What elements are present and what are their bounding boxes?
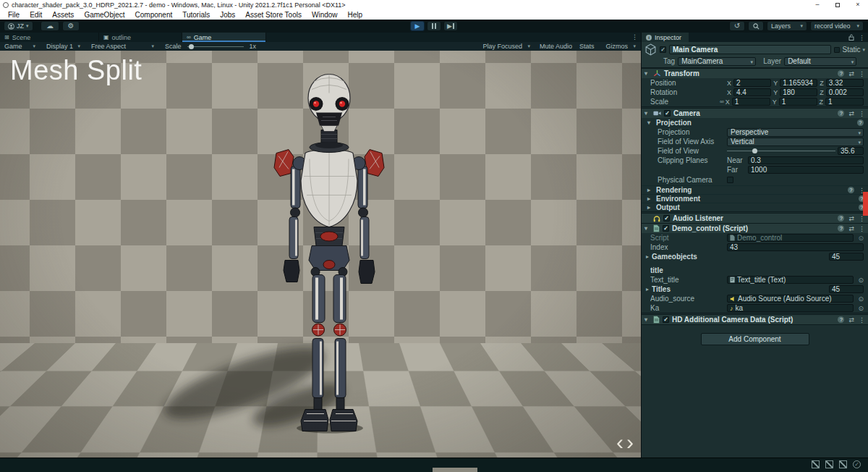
foldout-open-icon[interactable]: ▾ xyxy=(647,119,653,126)
object-picker-icon[interactable]: ⊙ xyxy=(858,277,864,284)
ka-object-field[interactable]: ♪ ka xyxy=(727,304,854,312)
tab-outline[interactable]: ▣ outline xyxy=(99,33,182,42)
hd-camera-data-checkbox[interactable]: ✓ xyxy=(663,316,669,323)
component-menu-icon[interactable]: ⋮ xyxy=(859,110,865,117)
record-video-dropdown[interactable]: record video ▾ xyxy=(810,21,864,31)
fov-value-field[interactable]: 35.6 xyxy=(838,147,864,155)
component-menu-icon[interactable]: ⋮ xyxy=(859,316,865,324)
preset-icon[interactable]: ⇄ xyxy=(848,70,854,77)
output-section[interactable]: ▸ Output ? xyxy=(642,203,868,211)
compile-status-icon[interactable]: ✓ xyxy=(853,460,861,468)
cloud-services-button[interactable]: ☁ xyxy=(41,21,59,31)
foldout-open-icon[interactable]: ▾ xyxy=(644,70,650,77)
projection-group-header[interactable]: ▾ Projection ? xyxy=(642,118,868,127)
menu-edit[interactable]: Edit xyxy=(25,11,47,19)
foldout-closed-icon[interactable]: ▸ xyxy=(647,187,653,193)
tab-inspector[interactable]: i Inspector xyxy=(642,33,689,42)
audio-source-object-field[interactable]: Audio Source (Audio Source) xyxy=(727,295,854,303)
near-field[interactable]: 0.3 xyxy=(748,156,864,164)
audio-listener-header[interactable]: ✓ Audio Listener ? ⇄ ⋮ xyxy=(642,213,868,223)
rotation-z-field[interactable]: 0.002 xyxy=(826,88,864,96)
scale-y-field[interactable]: 1 xyxy=(779,98,817,106)
menu-gameobject[interactable]: GameObject xyxy=(79,11,129,19)
scale-slider[interactable] xyxy=(187,42,244,51)
foldout-open-icon[interactable]: ▾ xyxy=(644,316,650,323)
undo-history-button[interactable]: ↺ xyxy=(729,21,745,31)
fov-axis-dropdown[interactable]: Vertical xyxy=(727,138,864,146)
help-icon[interactable]: ? xyxy=(838,316,844,323)
transform-header[interactable]: ▾ Transform ? ⇄ ⋮ xyxy=(642,68,868,78)
account-dropdown[interactable]: JZ ▾ xyxy=(4,21,33,31)
close-button[interactable]: × xyxy=(848,0,868,9)
object-picker-icon[interactable]: ⊙ xyxy=(858,295,864,303)
hd-camera-data-header[interactable]: ▾ ✓ HD Additional Camera Data (Script) ?… xyxy=(642,314,868,324)
scale-z-field[interactable]: 1 xyxy=(825,98,864,106)
preset-icon[interactable]: ⇄ xyxy=(848,110,854,117)
search-button[interactable] xyxy=(748,21,764,31)
step-button[interactable]: ▶ xyxy=(443,21,458,31)
help-icon[interactable]: ? xyxy=(838,70,844,77)
fov-slider-knob[interactable] xyxy=(752,148,757,153)
menu-asset-store-tools[interactable]: Asset Store Tools xyxy=(240,11,307,19)
mute-audio-toggle[interactable]: Mute Audio xyxy=(540,43,572,50)
projection-dropdown[interactable]: Perspective xyxy=(727,128,864,137)
constrain-proportions-icon[interactable]: ∞ xyxy=(720,98,724,105)
demo-control-checkbox[interactable]: ✓ xyxy=(663,225,669,232)
help-icon[interactable]: ? xyxy=(838,215,844,222)
display-dropdown[interactable]: Display 1 xyxy=(42,42,82,51)
text-title-object-field[interactable]: Text_title (Text) xyxy=(727,276,854,284)
preset-icon[interactable]: ⇄ xyxy=(848,215,854,222)
component-menu-icon[interactable]: ⋮ xyxy=(859,215,865,222)
foldout-closed-icon[interactable]: ▸ xyxy=(647,195,653,202)
static-dropdown-icon[interactable]: ▾ xyxy=(862,47,865,53)
script-object-field[interactable]: Demo_control xyxy=(727,234,854,242)
play-focused-dropdown[interactable]: Play Focused xyxy=(478,42,532,51)
next-arrow-button[interactable]: › xyxy=(626,433,634,452)
object-picker-icon[interactable]: ⊙ xyxy=(858,235,864,242)
gameobjects-size-field[interactable]: 45 xyxy=(829,253,864,261)
help-icon[interactable]: ? xyxy=(857,119,864,126)
aspect-ratio-dropdown[interactable]: Free Aspect xyxy=(87,42,156,51)
menu-file[interactable]: File xyxy=(3,11,25,19)
far-field[interactable]: 1000 xyxy=(748,166,864,174)
scale-slider-knob[interactable] xyxy=(189,44,194,49)
status-blocked-icon[interactable] xyxy=(812,460,820,468)
layer-dropdown[interactable]: Default xyxy=(784,57,856,66)
gameobject-active-checkbox[interactable]: ✓ xyxy=(660,46,666,53)
demo-control-header[interactable]: ▾ ✓ Demo_control (Script) ? ⇄ ⋮ xyxy=(642,223,868,233)
rotation-x-field[interactable]: 4.4 xyxy=(733,88,771,96)
foldout-open-icon[interactable]: ▾ xyxy=(644,225,650,232)
menu-component[interactable]: Component xyxy=(130,11,178,19)
preset-icon[interactable]: ⇄ xyxy=(848,225,854,232)
index-field[interactable]: 43 xyxy=(727,243,864,251)
settings-button[interactable]: ⚙ xyxy=(62,21,80,31)
menu-help[interactable]: Help xyxy=(343,11,368,19)
component-menu-icon[interactable]: ⋮ xyxy=(859,225,865,232)
pause-button[interactable] xyxy=(427,21,441,31)
camera-enabled-checkbox[interactable]: ✓ xyxy=(664,110,671,117)
menu-jobs[interactable]: Jobs xyxy=(215,11,240,19)
tag-dropdown[interactable]: MainCamera xyxy=(678,57,756,66)
gizmos-dropdown[interactable]: Gizmos xyxy=(601,42,638,51)
menu-tutorials[interactable]: Tutorials xyxy=(177,11,215,19)
help-icon[interactable]: ? xyxy=(838,110,844,117)
status-blocked-icon[interactable] xyxy=(839,460,847,468)
help-icon[interactable]: ? xyxy=(848,187,854,193)
preset-icon[interactable]: ⇄ xyxy=(848,316,854,324)
titles-size-field[interactable]: 45 xyxy=(829,285,864,293)
environment-section[interactable]: ▸ Environment ? xyxy=(642,194,868,203)
position-x-field[interactable]: 2 xyxy=(733,79,771,87)
component-menu-icon[interactable]: ⋮ xyxy=(859,70,865,77)
minimize-button[interactable]: – xyxy=(807,0,827,9)
foldout-open-icon[interactable]: ▾ xyxy=(644,110,650,117)
lock-icon[interactable] xyxy=(848,34,854,41)
gameobject-name-field[interactable]: Main Camera xyxy=(669,45,831,54)
foldout-closed-icon[interactable]: ▸ xyxy=(646,253,652,260)
play-button[interactable]: ▶ xyxy=(410,21,425,31)
game-display-mode-dropdown[interactable]: Game xyxy=(0,42,38,51)
rendering-section[interactable]: ▸ Rendering ?⋮ xyxy=(642,185,868,194)
foldout-closed-icon[interactable]: ▸ xyxy=(646,286,652,292)
menu-assets[interactable]: Assets xyxy=(47,11,79,19)
rotation-y-field[interactable]: 180 xyxy=(780,88,817,96)
maximize-button[interactable] xyxy=(827,0,848,9)
